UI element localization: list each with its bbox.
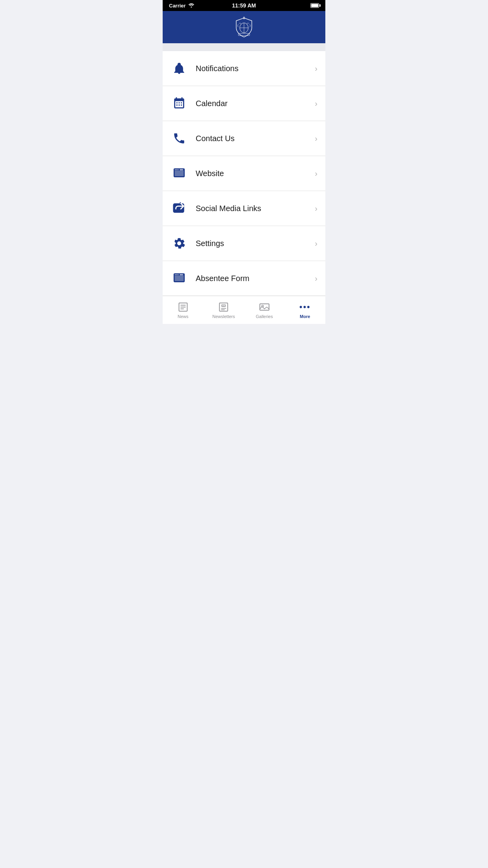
settings-chevron: › — [315, 239, 317, 248]
calendar-icon — [171, 95, 188, 112]
website-chevron: › — [315, 169, 317, 178]
more-dots: ••• — [299, 303, 311, 311]
menu-item-notifications[interactable]: Notifications › — [163, 51, 325, 86]
website-icon — [171, 165, 188, 182]
svg-point-17 — [176, 274, 177, 275]
status-bar-time: 11:59 AM — [232, 2, 256, 9]
battery-icon — [310, 3, 319, 8]
carrier-label: Carrier — [169, 3, 186, 9]
menu-item-calendar[interactable]: Calendar › — [163, 86, 325, 121]
calendar-label: Calendar — [196, 99, 315, 108]
wifi-icon — [188, 3, 194, 9]
notifications-chevron: › — [315, 64, 317, 73]
svg-rect-29 — [260, 303, 269, 310]
svg-rect-7 — [175, 171, 184, 176]
app-header — [163, 11, 325, 43]
website-label: Website — [196, 169, 315, 178]
newsletters-tab-label: Newsletters — [213, 314, 235, 319]
svg-point-16 — [175, 274, 176, 275]
menu-list: Notifications › Calendar › Contact Us › — [163, 51, 325, 296]
form-icon — [171, 270, 188, 287]
menu-item-absentee-form[interactable]: Absentee Form › — [163, 261, 325, 296]
svg-text:PDF: PDF — [222, 305, 226, 307]
social-media-chevron: › — [315, 204, 317, 213]
absentee-form-chevron: › — [315, 274, 317, 283]
status-bar: Carrier 11:59 AM — [163, 0, 325, 11]
svg-point-8 — [175, 169, 176, 170]
school-crest-logo — [233, 17, 255, 38]
section-divider-top — [163, 43, 325, 51]
notifications-label: Notifications — [196, 64, 315, 73]
news-tab-icon — [178, 302, 189, 313]
contact-us-chevron: › — [315, 134, 317, 143]
settings-label: Settings — [196, 239, 315, 248]
tab-more[interactable]: ••• More — [285, 298, 326, 322]
svg-point-9 — [176, 169, 177, 170]
menu-item-contact-us[interactable]: Contact Us › — [163, 121, 325, 156]
menu-item-social-media[interactable]: Social Media Links › — [163, 191, 325, 226]
svg-rect-15 — [175, 276, 184, 281]
more-tab-label: More — [300, 314, 310, 319]
share-icon — [171, 200, 188, 217]
status-bar-left: Carrier — [169, 3, 194, 9]
contact-us-label: Contact Us — [196, 134, 315, 143]
calendar-chevron: › — [315, 99, 317, 108]
social-media-label: Social Media Links — [196, 204, 315, 213]
absentee-form-label: Absentee Form — [196, 274, 315, 283]
galleries-tab-icon — [259, 302, 270, 313]
svg-rect-11 — [180, 169, 183, 170]
tab-newsletters[interactable]: PDF Newsletters — [204, 298, 244, 322]
phone-icon — [171, 130, 188, 147]
tab-bar: News PDF Newsletters Galleries ••• — [163, 296, 325, 324]
bell-icon — [171, 60, 188, 77]
tab-galleries[interactable]: Galleries — [244, 298, 285, 322]
svg-point-10 — [178, 169, 178, 170]
news-tab-label: News — [178, 314, 189, 319]
svg-rect-19 — [180, 274, 183, 275]
status-bar-right — [310, 3, 319, 8]
galleries-tab-label: Galleries — [256, 314, 273, 319]
newsletters-tab-icon: PDF — [218, 302, 229, 313]
menu-item-website[interactable]: Website › — [163, 156, 325, 191]
svg-point-18 — [178, 274, 178, 275]
tab-news[interactable]: News — [163, 298, 204, 322]
more-tab-icon: ••• — [299, 302, 310, 313]
menu-item-settings[interactable]: Settings › — [163, 226, 325, 261]
gear-icon — [171, 235, 188, 252]
